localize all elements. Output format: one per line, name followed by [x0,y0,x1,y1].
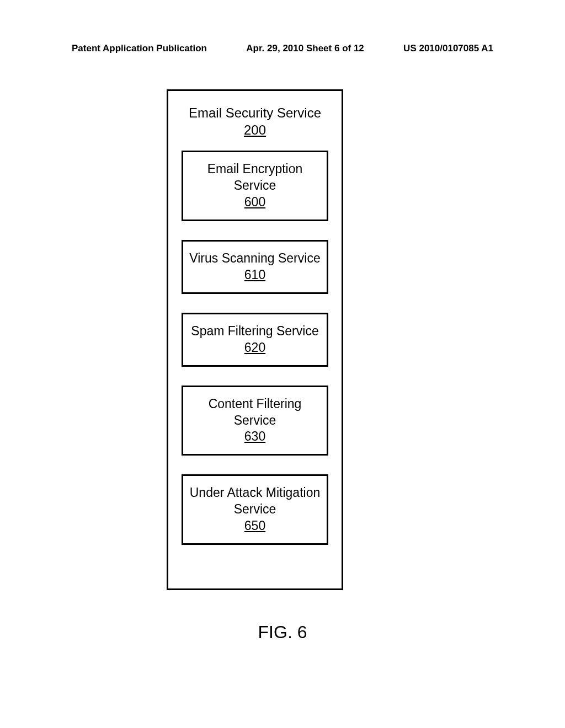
figure-label: FIG. 6 [0,622,565,643]
service-number: 650 [244,518,265,533]
virus-scanning-service-box: Virus Scanning Service 610 [182,240,328,294]
publication-number: US 2010/0107085 A1 [403,43,493,54]
service-title: Virus Scanning Service [189,251,320,265]
service-number: 600 [244,195,265,209]
outer-box-title: Email Security Service 200 [182,104,328,138]
service-title: Under Attack Mitigation Service [190,485,321,516]
email-encryption-service-box: Email Encryption Service 600 [182,151,328,221]
outer-box-title-text: Email Security Service [189,105,321,120]
under-attack-mitigation-service-box: Under Attack Mitigation Service 650 [182,474,328,545]
page-header: Patent Application Publication Apr. 29, … [0,43,565,54]
date-sheet-label: Apr. 29, 2010 Sheet 6 of 12 [246,43,364,54]
service-number: 620 [244,340,265,355]
content-filtering-service-box: Content Filtering Service 630 [182,386,328,456]
email-security-service-box: Email Security Service 200 Email Encrypt… [167,89,343,590]
service-title: Spam Filtering Service [191,324,318,338]
service-title: Content Filtering Service [209,397,302,427]
outer-box-number: 200 [244,122,266,137]
service-number: 610 [244,267,265,282]
publication-label: Patent Application Publication [72,43,207,54]
spam-filtering-service-box: Spam Filtering Service 620 [182,313,328,367]
service-title: Email Encryption Service [207,162,303,192]
service-number: 630 [244,429,265,443]
